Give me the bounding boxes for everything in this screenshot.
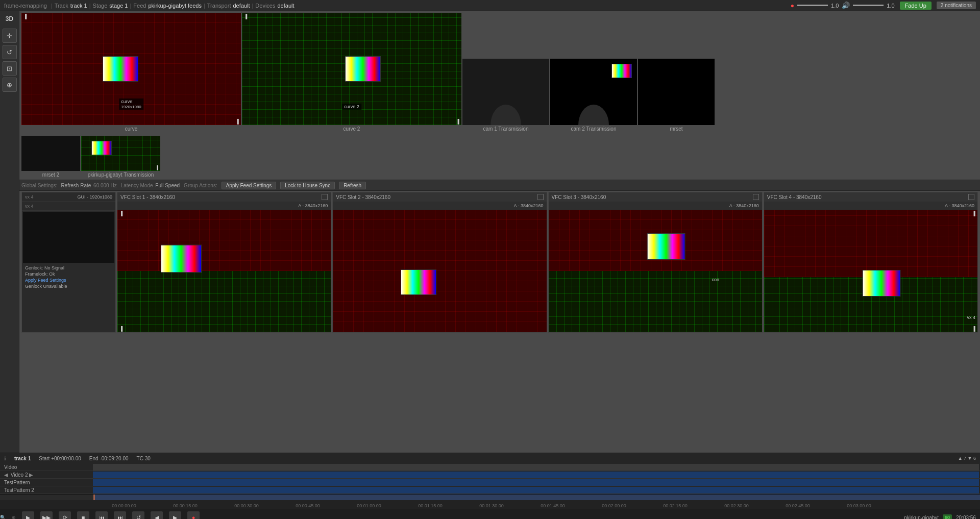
ruler-tick-6: 00:01:30.00 [461,503,522,508]
timeline-zoom: ▲ 7 ▼ 6 [958,456,976,461]
track-row-video: Video [0,463,980,471]
record-button[interactable]: ● [187,511,200,519]
genlock-unavailable: Genlock Unavailable [25,283,112,289]
con-label: con [712,277,720,282]
fade-up-button[interactable]: Fade Up [900,2,932,10]
curve2-label-overlay: curve 2 [342,104,361,110]
audio-slider[interactable] [853,5,884,6]
settings-row: Global Settings: Refresh Rate 60.000 Hz … [19,180,980,191]
zoom-out-icon[interactable]: 🔍 [0,515,6,519]
curve-label-overlay: curve:1920x1080 [119,98,143,110]
play-forward-button[interactable]: ▶▶ [40,511,53,519]
genlock-status: Genlock: No Signal [25,265,112,271]
track-content-video2[interactable] [93,472,979,478]
audio-icon: 🔊 [842,2,850,9]
rotate-tool[interactable]: ↺ [3,45,17,59]
preview-cam1[interactable] [462,59,549,125]
vfc-slot2-body[interactable] [333,210,546,332]
stage-label: Stage [93,3,108,9]
cell-pkirkup: ▐ pkirkup-gigabyt Transmission [81,136,160,178]
vfc-slot3-body[interactable]: con [549,210,762,332]
track-content-testpattern2[interactable] [93,487,979,493]
volume-slider[interactable] [797,5,828,6]
track-value[interactable]: track 1 [70,3,87,9]
lock-house-sync-button[interactable]: Lock to House Sync [280,182,335,189]
apply-feed-link[interactable]: Apply Feed Settings [25,277,112,283]
vfc-slot3: VFC Slot 3 - 3840x2160 A - 3840x2160 con [548,192,763,333]
move-tool[interactable]: ✛ [3,29,17,43]
track-label: Track [55,3,68,9]
vfc-slot4-body[interactable]: ▐ vx 4 ▐ [764,210,977,332]
cursor-curve: ▐ [236,119,239,124]
cell-mrset2: mrset 2 [21,136,80,178]
scale-tool[interactable]: ⊡ [3,61,17,76]
preview-curve[interactable]: ▐ curve:1920x1080 ▐ [21,13,241,125]
topbar-controls: ● 1.0 🔊 1.0 Fade Up 2 notifications [791,2,976,10]
prev-frame-button[interactable]: ◀ [151,511,163,519]
play-button[interactable]: ▶ [22,511,34,519]
tp-slot1 [161,245,202,273]
tp-slot4 [862,270,900,296]
track-row-testpattern2: TestPattern 2 [0,486,980,494]
track-content-video[interactable] [93,464,979,471]
audio-value: 1.0 [887,3,894,9]
devices-value[interactable]: default [277,3,294,9]
sep2: | [89,3,91,9]
ruler-tick-7: 00:01:45.00 [522,503,583,508]
vfc-slot2-header: VFC Slot 2 - 3840x2160 [333,192,546,202]
vfc-slot4-checkbox[interactable] [968,194,974,200]
vfc-slot2-sub: A - 3840x2160 [333,202,546,210]
latency-label: Latency Mode Full Speed [121,183,180,188]
vx4-label2: vx 4 [25,204,34,209]
stop-button[interactable]: ■ [77,511,89,519]
preview-cam2[interactable] [550,59,637,125]
preview-pkirkup[interactable]: ▐ [81,136,160,171]
timeline-track-name: track 1 [14,456,31,461]
sep5: | [252,3,254,9]
timeline-ruler: 00:00:00.00 00:00:15.00 00:00:30.00 00:0… [0,500,980,509]
label-cam2: cam 2 Transmission [571,126,617,132]
ruler-tick-10: 00:02:30.00 [706,503,767,508]
vfc-slot3-res: A - 3840x2160 [729,203,759,208]
ruler-tick-1: 00:00:15.00 [155,503,216,508]
preview-mrset[interactable] [638,59,715,125]
playhead-bar[interactable] [0,494,980,500]
video-cell-cam1: cam 1 Transmission [462,59,549,132]
track-content-testpattern[interactable] [93,479,979,486]
vfc-slot3-checkbox[interactable] [753,194,759,200]
vfc-slot2: VFC Slot 2 - 3840x2160 A - 3840x2160 [332,192,547,333]
vfc-slot1-body[interactable]: ▐ ▐ [117,210,331,332]
video-cell-curve2: ▐ curve 2 ▐ curve 2 [242,13,461,132]
vfc-slot1-sub: A - 3840x2160 [117,202,331,210]
sidebar: 3D ✛ ↺ ⊡ ⊕ [0,11,19,453]
vfc-slot1-checkbox[interactable] [322,194,328,200]
preview-mrset2[interactable] [21,136,80,171]
loop-button[interactable]: ⟳ [59,511,71,519]
ruler-tick-2: 00:00:30.00 [216,503,277,508]
timecode-pkirkup: ▐ [155,165,158,170]
globe-tool[interactable]: ⊕ [3,78,17,92]
back-button[interactable]: ↺ [132,511,144,519]
track-row-testpattern: TestPattern [0,479,980,486]
apply-feed-button[interactable]: Apply Feed Settings [222,182,277,189]
app-name: frame-remapping [4,3,47,9]
stage-value[interactable]: stage 1 [109,3,128,9]
prev-button[interactable]: ⏮ [95,511,108,519]
next-button[interactable]: ⏭ [114,511,126,519]
next-frame-button[interactable]: ▶ [169,511,181,519]
vfc-slot4-res: A - 3840x2160 [945,203,974,208]
feed-label: Feed [133,3,146,9]
transport-value[interactable]: default [233,3,250,9]
preview-curve2[interactable]: ▐ curve 2 ▐ [242,13,461,125]
feed-value[interactable]: pkirkup-gigabyt feeds [148,3,202,9]
notifications-badge[interactable]: 2 notifications [937,2,976,9]
label-pkirkup: pkirkup-gigabyt Transmission [88,172,154,178]
vfc-slot2-checkbox[interactable] [537,194,544,200]
zoom-in-icon[interactable]: ⊕ [12,515,16,519]
refresh-button[interactable]: Refresh [339,182,366,189]
vfc-slot1-header: VFC Slot 1 - 3840x2160 [117,192,331,202]
framelock-status: Framelock: Ok [25,271,112,277]
track-rows: Video ◀ Video 2 ▶ TestPattern TestPatter… [0,463,980,494]
cursor-slot4: ▐ [972,211,975,216]
status-info: pkirkup-gigabyt 60 20:03:56 [904,514,980,519]
